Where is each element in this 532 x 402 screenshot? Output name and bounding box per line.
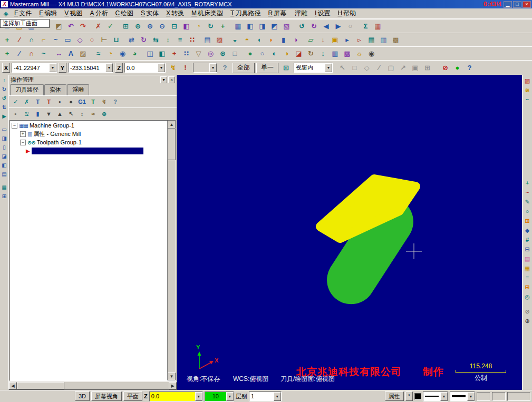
pencil-icon[interactable]: ✎: [523, 197, 532, 207]
menu-file[interactable]: F文件: [11, 8, 35, 19]
vertical-scrollbar[interactable]: ▲ ▼: [167, 121, 176, 380]
selection-filter-icon[interactable]: ▽: [192, 48, 205, 60]
select-window-icon[interactable]: □: [349, 62, 361, 74]
surface-trim-icon[interactable]: ◓: [241, 34, 253, 46]
light-icon[interactable]: ☼: [353, 48, 365, 60]
panel-close-icon[interactable]: ×: [168, 76, 175, 83]
create-rectangle-icon[interactable]: ▭: [62, 34, 74, 46]
selection-settings-icon[interactable]: ⊡: [280, 62, 292, 74]
pan-icon[interactable]: +: [217, 21, 229, 32]
zoom-window-icon[interactable]: ⊞: [120, 21, 132, 32]
redo-icon[interactable]: ↷: [77, 21, 89, 32]
scrollbar-track[interactable]: [168, 160, 176, 372]
array-icon[interactable]: ∷: [186, 34, 198, 46]
teal-lines-icon[interactable]: ≡: [523, 273, 532, 282]
attributes-button[interactable]: 属性: [385, 391, 404, 401]
toolpath-drill-icon[interactable]: ↓: [317, 34, 329, 46]
scrollbar-track[interactable]: [64, 382, 169, 389]
iso-view-icon[interactable]: ◩: [268, 21, 280, 32]
tree-item-machine-group[interactable]: − ▦▦ Machine Group-1: [10, 121, 167, 130]
fit-screen-icon[interactable]: ◧: [180, 21, 192, 32]
rotate-right-icon[interactable]: ↻: [308, 21, 320, 32]
translucency-icon[interactable]: ◐: [268, 48, 280, 60]
close-button[interactable]: ×: [523, 1, 531, 8]
wire-toolpath-icon[interactable]: ▹: [353, 34, 365, 46]
select-single-icon[interactable]: ∕: [373, 62, 385, 74]
color-selector[interactable]: 10▼: [205, 391, 234, 401]
create-fillet-icon[interactable]: ⌐: [37, 34, 50, 46]
grid-orange-icon[interactable]: ⊞: [523, 216, 532, 225]
fast-point-icon[interactable]: ↯: [167, 62, 179, 74]
note-text-icon[interactable]: A: [65, 48, 77, 60]
horizontal-scrollbar[interactable]: ◀ ▶: [9, 381, 177, 389]
select-all-operations-icon[interactable]: ✓: [10, 96, 21, 107]
create-spline-icon[interactable]: ~: [50, 34, 62, 46]
plane-top-icon[interactable]: ▯: [1, 143, 8, 152]
app-menu-icon[interactable]: ◈: [2, 10, 10, 17]
menu-settings[interactable]: I设置: [311, 8, 334, 19]
select-area-icon[interactable]: ▢: [385, 62, 397, 74]
previous-view-icon[interactable]: ◀: [320, 21, 332, 32]
z-coordinate-input[interactable]: 0.0▼: [124, 63, 166, 73]
lock-icon[interactable]: ▪: [10, 109, 21, 119]
xform-scale-icon[interactable]: ↕: [162, 34, 174, 46]
grid-icon[interactable]: ▦: [372, 21, 384, 32]
spin-view-icon[interactable]: ↻: [305, 48, 317, 60]
tree-insert-position[interactable]: ▶: [10, 146, 167, 155]
surface-blend-icon[interactable]: ◔: [104, 48, 117, 60]
toggle-toolpath-display-icon[interactable]: ≋: [21, 109, 32, 119]
color-dropdown-icon[interactable]: ▼: [226, 392, 234, 401]
blank-toggle-icon[interactable]: ○: [344, 21, 356, 32]
gview-button[interactable]: 屏幕视角: [91, 391, 122, 401]
tab-solids[interactable]: 实体: [44, 84, 66, 95]
control-def-icon[interactable]: ▥: [378, 34, 390, 46]
menu-create[interactable]: C绘图: [111, 8, 137, 19]
xform-translate-icon[interactable]: ⇄: [125, 34, 138, 46]
collapse-icon[interactable]: −: [12, 123, 17, 129]
collapse-icon[interactable]: −: [20, 140, 26, 145]
select-vector-icon[interactable]: ↗: [397, 62, 409, 74]
section-view-icon[interactable]: ◪: [293, 48, 305, 60]
select-all-button[interactable]: 全部: [233, 63, 255, 73]
gview-next-icon[interactable]: ▶: [1, 112, 8, 121]
create-arc-icon[interactable]: ∩: [25, 34, 37, 46]
file-properties-icon[interactable]: ◩: [53, 21, 65, 32]
graphics-viewport[interactable]: Y X 视角:不保存 WCS:俯视图 刀具/绘图面:俯视图 北京兆迪科技有限公司…: [177, 75, 522, 390]
xform-rotate-icon[interactable]: ↻: [138, 34, 150, 46]
toggle-post-icon[interactable]: ▮: [32, 109, 43, 119]
menu-view[interactable]: V视图: [61, 8, 86, 19]
machine-def-icon[interactable]: ▦: [365, 34, 378, 46]
select-single-button[interactable]: 单一: [256, 63, 278, 73]
zoom-in-icon[interactable]: ⊕: [144, 21, 156, 32]
line-width-dropdown[interactable]: ▼: [450, 391, 475, 401]
select-help-icon[interactable]: ?: [463, 62, 476, 74]
zoom-out-icon[interactable]: ⊖: [156, 21, 168, 32]
create-point-icon[interactable]: +: [1, 34, 13, 46]
layer-set-icon[interactable]: ▥: [329, 48, 341, 60]
select-last-icon[interactable]: ↖: [336, 62, 349, 74]
create-plus-icon[interactable]: +: [523, 178, 532, 188]
surface-create-icon[interactable]: ◒: [229, 34, 241, 46]
orange-box-icon[interactable]: ⊞: [523, 282, 532, 292]
sketch-arc-icon[interactable]: ∩: [25, 48, 37, 60]
line-style-dropdown-icon[interactable]: ▼: [440, 392, 448, 401]
menu-screen[interactable]: R屏幕: [264, 8, 290, 19]
undelete-icon[interactable]: ✓: [104, 21, 117, 32]
scroll-insert-icon[interactable]: ↕: [76, 109, 88, 119]
quick-mask-icon[interactable]: ◎: [205, 48, 217, 60]
verify-icon[interactable]: ●: [65, 96, 76, 107]
surface-extend-icon[interactable]: ◗: [265, 34, 277, 46]
z-depth-input[interactable]: 0.0▼: [149, 391, 203, 401]
backside-icon[interactable]: ◑: [280, 48, 293, 60]
wireframe-icon[interactable]: ○: [256, 48, 268, 60]
levels-icon[interactable]: ▤: [201, 34, 214, 46]
solid-extrude-icon[interactable]: ▮: [277, 34, 289, 46]
xform-mirror-icon[interactable]: ⇆: [150, 34, 162, 46]
no-entity-icon[interactable]: ⊘: [523, 307, 532, 316]
select-range-icon[interactable]: ⊞: [421, 62, 433, 74]
x-dropdown-icon[interactable]: ▼: [49, 63, 56, 72]
tree-item-properties[interactable]: + ▥ 属性 - Generic Mill: [10, 130, 167, 138]
select-verify-icon[interactable]: ▣: [409, 62, 421, 74]
groups-icon[interactable]: ⊛: [217, 48, 229, 60]
plane-iso-icon[interactable]: ◪: [1, 152, 8, 161]
